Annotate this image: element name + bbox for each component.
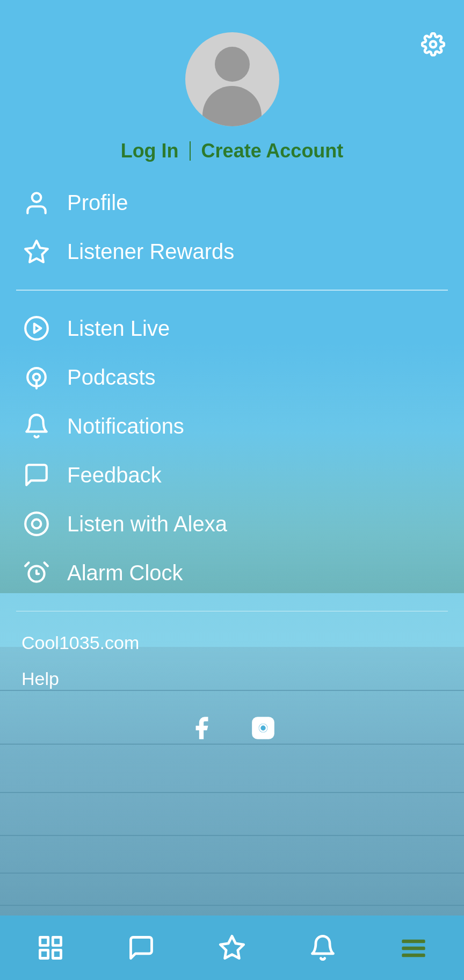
nav-menu[interactable] <box>387 926 440 969</box>
play-circle-icon <box>21 314 51 343</box>
auth-divider <box>190 141 191 161</box>
gear-icon <box>421 32 445 56</box>
svg-line-10 <box>25 563 28 566</box>
menu-section-1: Profile Listener Rewards <box>0 173 464 282</box>
svg-point-0 <box>430 41 436 47</box>
alexa-icon <box>21 509 51 539</box>
social-row <box>0 702 464 748</box>
svg-marker-2 <box>25 241 48 262</box>
menu-item-feedback[interactable]: Feedback <box>0 451 464 500</box>
profile-label: Profile <box>67 191 128 215</box>
auth-links: Log In Create Account <box>121 140 344 162</box>
bell-icon <box>21 412 51 441</box>
alarm-clock-icon <box>21 558 51 588</box>
svg-rect-21 <box>402 940 425 943</box>
header: Log In Create Account <box>0 0 464 173</box>
menu-item-listen-live[interactable]: Listen Live <box>0 304 464 353</box>
nav-star[interactable] <box>205 926 259 969</box>
login-link[interactable]: Log In <box>121 140 179 162</box>
nav-chat[interactable] <box>114 926 168 969</box>
feedback-label: Feedback <box>67 463 162 487</box>
menu-item-listener-rewards[interactable]: Listener Rewards <box>0 227 464 276</box>
menu-divider-1 <box>16 290 448 291</box>
website-link[interactable]: Cool1035.com <box>21 625 443 661</box>
menu-item-notifications[interactable]: Notifications <box>0 402 464 451</box>
avatar <box>185 32 279 126</box>
listen-alexa-label: Listen with Alexa <box>67 512 227 536</box>
svg-marker-20 <box>220 936 243 958</box>
podcasts-label: Podcasts <box>67 365 156 390</box>
menu-item-listen-alexa[interactable]: Listen with Alexa <box>0 500 464 549</box>
menu-item-profile[interactable]: Profile <box>0 178 464 227</box>
svg-rect-17 <box>53 938 61 946</box>
svg-point-3 <box>25 317 48 340</box>
listen-live-label: Listen Live <box>67 316 170 341</box>
person-icon <box>21 188 51 218</box>
svg-point-8 <box>32 520 41 529</box>
create-account-link[interactable]: Create Account <box>201 140 344 162</box>
svg-rect-19 <box>53 950 61 958</box>
help-link[interactable]: Help <box>21 661 443 697</box>
nav-bell[interactable] <box>296 926 350 969</box>
bottom-links: Cool1035.com Help <box>0 619 464 702</box>
settings-button[interactable] <box>418 30 448 59</box>
listener-rewards-label: Listener Rewards <box>67 240 234 264</box>
svg-rect-23 <box>402 954 425 957</box>
feedback-icon <box>21 460 51 490</box>
bottom-nav <box>0 916 464 980</box>
notifications-label: Notifications <box>67 414 184 438</box>
svg-rect-18 <box>40 950 48 958</box>
svg-point-1 <box>32 193 41 202</box>
svg-line-11 <box>44 563 47 566</box>
menu-divider-2 <box>16 611 448 612</box>
nav-grid[interactable] <box>24 926 77 969</box>
podcast-icon <box>21 363 51 392</box>
svg-marker-4 <box>34 324 40 333</box>
instagram-icon[interactable] <box>248 713 278 743</box>
facebook-icon[interactable] <box>186 713 216 743</box>
star-icon <box>21 237 51 266</box>
svg-point-7 <box>25 513 48 535</box>
svg-point-15 <box>267 720 270 723</box>
svg-rect-22 <box>402 947 425 950</box>
menu-item-podcasts[interactable]: Podcasts <box>0 353 464 402</box>
alarm-clock-label: Alarm Clock <box>67 561 183 585</box>
svg-rect-16 <box>40 938 48 946</box>
menu-section-2: Listen Live Podcasts Notifications <box>0 299 464 603</box>
menu-item-alarm-clock[interactable]: Alarm Clock <box>0 549 464 597</box>
